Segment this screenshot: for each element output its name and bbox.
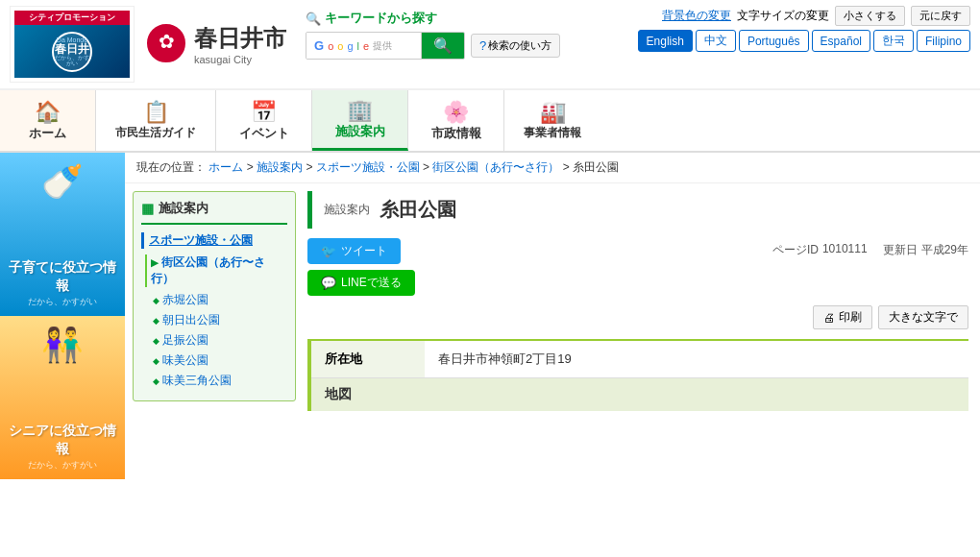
promo-image: Da Monde 春日井 だから、かすがい xyxy=(14,25,130,78)
language-row: English 中文 Português Español 한국 Filipino xyxy=(638,30,970,52)
logo-section: シティプロモーション Da Monde 春日井 だから、かすがい ✿ xyxy=(10,6,286,83)
logo-title: 春日井市 xyxy=(194,23,286,54)
breadcrumb-home[interactable]: ホーム xyxy=(208,160,243,174)
left-nav: ▦ 施設案内 スポーツ施設・公園 ▶ 街区公園（あ行〜さ行） ◆ 赤堀公園 ◆ … xyxy=(133,191,296,401)
lang-english[interactable]: English xyxy=(638,30,693,52)
meta-info: ページID 1010111 更新日 平成29年 xyxy=(772,238,968,258)
left-nav-subsection: ▶ 街区公園（あ行〜さ行） ◆ 赤堀公園 ◆ 朝日出公園 ◆ 足振公園 ◆ 味美… xyxy=(145,254,287,389)
lang-portuguese[interactable]: Português xyxy=(739,30,809,52)
search-section: 🔍 キーワードから探す Google 提供 🔍 ? 印刷 検索の使い方 xyxy=(306,6,628,83)
nav-tab-life-label: 市民生活ガイド xyxy=(115,125,196,141)
social-buttons: 🐦 ツイート 💬 LINEで送る xyxy=(307,238,415,296)
right-content: 現在の位置： ホーム > 施設案内 > スポーツ施設・公園 > 街区公園（あ行〜… xyxy=(125,153,980,479)
breadcrumb-sep3: > xyxy=(423,160,432,174)
breadcrumb-park-list[interactable]: 街区公園（あ行〜さ行） xyxy=(432,160,559,174)
nav-tab-facilities[interactable]: 🏢 施設案内 xyxy=(312,90,408,151)
left-nav-header: ▦ 施設案内 xyxy=(141,200,287,225)
facilities-icon: 🏢 xyxy=(347,98,373,123)
printer-icon: 🖨 xyxy=(823,311,835,325)
nav-tab-event-label: イベント xyxy=(239,125,289,142)
park-subsection-link[interactable]: ▶ 街区公園（あ行〜さ行） xyxy=(145,254,287,287)
font-size-label: 文字サイズの変更 xyxy=(737,8,829,24)
print-button[interactable]: 🖨 印刷 xyxy=(813,305,872,329)
facility-header: 施設案内 糸田公園 xyxy=(307,191,968,229)
senior-info-panel[interactable]: 👫 シニアに役立つ情報 だから、かすがい xyxy=(0,316,125,479)
nav-tab-event[interactable]: 📅 イベント xyxy=(216,90,312,151)
facility-name: 糸田公園 xyxy=(380,197,456,223)
breadcrumb-sports[interactable]: スポーツ施設・公園 xyxy=(316,160,420,174)
child-info-panel[interactable]: 🍼 子育てに役立つ情報 だから、かすがい xyxy=(0,153,125,316)
stroller-icon: 🍼 xyxy=(41,162,84,202)
facility-title-row: 施設案内 糸田公園 xyxy=(324,197,957,223)
lang-korean[interactable]: 한국 xyxy=(873,30,914,52)
senior-icon: 👫 xyxy=(41,326,84,365)
left-nav-section: スポーツ施設・公園 ▶ 街区公園（あ行〜さ行） ◆ 赤堀公園 ◆ 朝日出公園 ◆… xyxy=(141,232,287,389)
font-reset-button[interactable]: 元に戻す xyxy=(911,6,970,26)
nav-tab-life[interactable]: 📋 市民生活ガイド xyxy=(96,90,216,151)
how-to-search-button[interactable]: ? 印刷 検索の使い方 xyxy=(471,34,560,58)
right-controls: 背景色の変更 文字サイズの変更 小さくする 元に戻す English 中文 Po… xyxy=(638,6,970,83)
search-row: Google 提供 🔍 ? 印刷 検索の使い方 xyxy=(306,32,628,60)
update-date-item: 更新日 平成29年 xyxy=(883,242,968,258)
arrow-icon: ▶ xyxy=(151,257,161,268)
nav-tab-business[interactable]: 🏭 事業者情報 xyxy=(504,90,600,151)
top-header: シティプロモーション Da Monde 春日井 だから、かすがい ✿ xyxy=(0,0,980,90)
senior-title: シニアに役立つ情報 xyxy=(8,422,117,459)
park-link-2[interactable]: ◆ 足振公園 xyxy=(153,332,287,349)
question-icon: ? xyxy=(479,38,486,53)
page-id-value: 1010111 xyxy=(822,242,868,258)
nav-tab-home[interactable]: 🏠 ホーム xyxy=(0,90,96,151)
tweet-button[interactable]: 🐦 ツイート xyxy=(307,238,401,264)
search-button[interactable]: 🔍 xyxy=(422,33,464,59)
breadcrumb-sep1: > xyxy=(247,160,257,174)
search-box: Google 提供 🔍 xyxy=(306,32,465,60)
business-icon: 🏭 xyxy=(540,100,566,125)
bg-font-row: 背景色の変更 文字サイズの変更 小さくする 元に戻す xyxy=(662,6,970,26)
promo-logo: Da Monde 春日井 だから、かすがい xyxy=(54,36,90,66)
nav-tab-city-label: 市政情報 xyxy=(431,125,481,142)
font-small-button[interactable]: 小さくする xyxy=(835,6,905,26)
city-icon: 🌸 xyxy=(443,100,469,125)
child-title: 子育てに役立つ情報 xyxy=(8,258,117,296)
life-icon: 📋 xyxy=(143,100,169,125)
hero-sidebar: 🍼 子育てに役立つ情報 だから、かすがい 👫 シニアに役立つ情報 だから、かすが… xyxy=(0,153,125,479)
bg-change-link[interactable]: 背景色の変更 xyxy=(662,8,731,24)
sports-facilities-link[interactable]: スポーツ施設・公園 xyxy=(141,232,287,249)
senior-sub: だから、かすがい xyxy=(28,459,97,472)
map-label-cell: 地図 xyxy=(309,378,968,412)
update-date-value: 平成29年 xyxy=(921,242,968,258)
grid-icon: ▦ xyxy=(141,201,154,216)
large-font-button[interactable]: 大きな文字で xyxy=(878,305,968,329)
lang-chinese[interactable]: 中文 xyxy=(696,30,736,52)
lang-filipino[interactable]: Filipino xyxy=(917,30,970,52)
line-button[interactable]: 💬 LINEで送る xyxy=(307,270,415,296)
breadcrumb-sep4: > xyxy=(563,160,573,174)
facility-label: 施設案内 xyxy=(324,202,370,218)
svg-text:✿: ✿ xyxy=(159,31,175,52)
main-content: 施設案内 糸田公園 🐦 ツイート 💬 LINEで送る xyxy=(296,183,980,479)
lang-spanish[interactable]: Español xyxy=(812,30,870,52)
event-icon: 📅 xyxy=(251,100,277,125)
page-id-label: ページID xyxy=(772,242,819,258)
address-label-cell: 所在地 xyxy=(309,340,425,378)
promo-label: シティプロモーション xyxy=(14,11,130,25)
breadcrumb-current: 糸田公園 xyxy=(573,160,619,174)
nav-tab-business-label: 事業者情報 xyxy=(524,125,581,141)
logo-main: ✿ 春日井市 kasugai City xyxy=(144,21,286,68)
park-link-1[interactable]: ◆ 朝日出公園 xyxy=(153,312,287,328)
breadcrumb-facilities[interactable]: 施設案内 xyxy=(257,160,303,174)
nav-tab-city[interactable]: 🌸 市政情報 xyxy=(408,90,504,151)
twitter-icon: 🐦 xyxy=(321,244,336,258)
address-row: 所在地 春日井市神領町2丁目19 xyxy=(309,340,968,378)
nav-tabs-bar: 🏠 ホーム 📋 市民生活ガイド 📅 イベント 🏢 施設案内 🌸 市政情報 🏭 事… xyxy=(0,90,980,153)
logo-icon: ✿ xyxy=(144,21,188,68)
nav-tab-facilities-label: 施設案内 xyxy=(335,123,385,140)
park-link-0[interactable]: ◆ 赤堀公園 xyxy=(153,292,287,308)
park-link-4[interactable]: ◆ 味美三角公園 xyxy=(153,373,287,389)
logo-text: 春日井市 kasugai City xyxy=(194,23,286,65)
google-branding: Google 提供 xyxy=(306,33,422,59)
child-sub: だから、かすがい xyxy=(28,296,97,308)
park-link-3[interactable]: ◆ 味美公園 xyxy=(153,352,287,369)
action-meta-row: 🐦 ツイート 💬 LINEで送る ページID 1010111 xyxy=(307,238,968,296)
main-body: 🍼 子育てに役立つ情報 だから、かすがい 👫 シニアに役立つ情報 だから、かすが… xyxy=(0,153,980,479)
